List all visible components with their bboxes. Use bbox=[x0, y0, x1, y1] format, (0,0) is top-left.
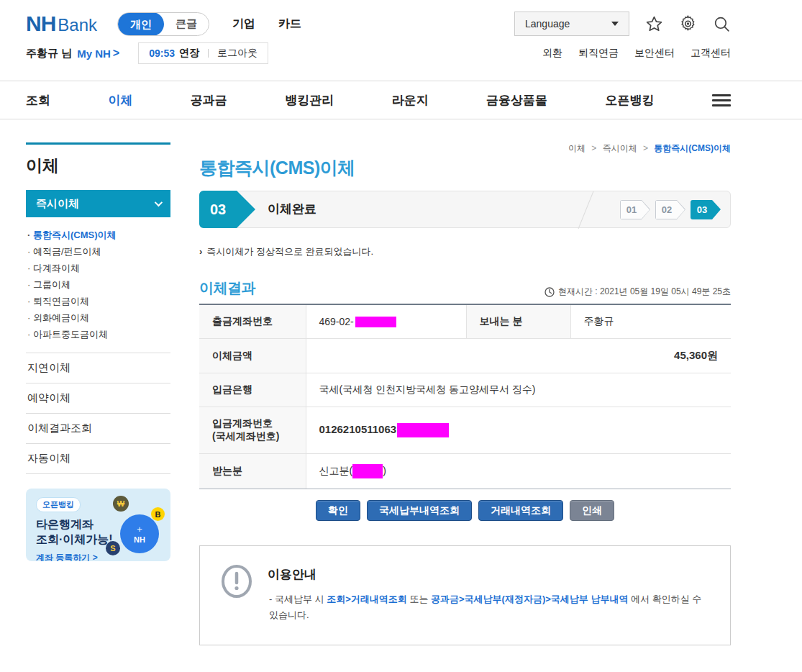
site-segment-toggle: 개인 큰글 bbox=[117, 12, 209, 36]
nav-financial-mall[interactable]: 금융상품몰 bbox=[486, 92, 547, 109]
sidebar-item-apartment-payment-transfer[interactable]: 아파트중도금이체 bbox=[27, 326, 169, 342]
language-select[interactable]: Language bbox=[514, 12, 629, 36]
redacted-block bbox=[397, 423, 449, 437]
amount-value: 45,360원 bbox=[306, 339, 731, 373]
step-02-label: 02 bbox=[655, 200, 678, 219]
favorites-star-icon[interactable] bbox=[645, 15, 663, 33]
sidebar-item-deposit-fund-transfer[interactable]: 예적금/펀드이체 bbox=[27, 243, 169, 260]
tab-personal[interactable]: 개인 bbox=[118, 12, 164, 36]
header: NH Bank 개인 큰글 기업 카드 Language bbox=[0, 0, 802, 69]
search-icon[interactable] bbox=[713, 15, 731, 33]
nav-utility-bills[interactable]: 공과금 bbox=[191, 92, 227, 109]
util-link-pension[interactable]: 퇴직연금 bbox=[578, 47, 619, 60]
breadcrumb-separator: > bbox=[591, 143, 596, 153]
withdraw-account-value: 469-02- bbox=[306, 304, 466, 339]
nav-open-banking[interactable]: 오픈뱅킹 bbox=[606, 92, 655, 109]
usage-guide-text: - 국세납부 시 조회>거래내역조회 또는 공과금>국세납부(재정자금)>국세납… bbox=[268, 591, 710, 623]
receiver-value: 신고분() bbox=[306, 454, 731, 489]
nh-plus-icon: + NH bbox=[120, 514, 159, 553]
print-button[interactable]: 인쇄 bbox=[570, 500, 614, 521]
nav-banking-management[interactable]: 뱅킹관리 bbox=[285, 92, 334, 109]
language-label: Language bbox=[525, 18, 570, 29]
divider bbox=[208, 49, 209, 58]
transaction-history-button[interactable]: 거래내역조회 bbox=[478, 500, 563, 521]
table-row: 입금은행 국세(국세청 인천지방국세청 동고양세무서 징수) bbox=[199, 373, 731, 407]
usage-guide-title: 이용안내 bbox=[268, 566, 710, 583]
breadcrumb: 이체 > 즉시이체 > 통합즉시(CMS)이체 bbox=[199, 142, 731, 155]
deposit-account-value: 0126210511063 bbox=[306, 407, 731, 454]
sidebar-item-transfer-result-inquiry[interactable]: 이체결과조회 bbox=[26, 414, 170, 444]
step-03-label: 03 bbox=[691, 200, 714, 219]
inquiry-history-link[interactable]: 조회>거래내역조회 bbox=[327, 594, 407, 604]
current-time-text: 현재시간 : 2021년 05월 19일 05시 49분 25초 bbox=[558, 286, 731, 298]
nh-bank-logo[interactable]: NH Bank bbox=[26, 12, 97, 36]
sidebar-item-auto-transfer[interactable]: 자동이체 bbox=[26, 444, 170, 474]
confirm-button[interactable]: 확인 bbox=[316, 500, 360, 521]
sidebar: 이체 즉시이체 통합즉시(CMS)이체 예적금/펀드이체 다계좌이체 그룹이체 … bbox=[26, 142, 170, 645]
sidebar-item-forex-deposit-transfer[interactable]: 외화예금이체 bbox=[27, 309, 169, 326]
banner-badge: 오픈뱅킹 bbox=[36, 497, 81, 512]
receiver-label: 받는분 bbox=[199, 454, 306, 489]
tab-large-text[interactable]: 큰글 bbox=[164, 17, 209, 31]
tab-card[interactable]: 카드 bbox=[278, 17, 301, 32]
chevron-down-icon bbox=[155, 199, 163, 206]
deposit-account-label: 입금계좌번호 (국세계좌번호) bbox=[199, 407, 306, 454]
withdraw-account-label: 출금계좌번호 bbox=[199, 304, 306, 339]
clock-icon bbox=[544, 287, 555, 297]
redacted-block bbox=[352, 464, 383, 478]
global-nav: 조회 이체 공과금 뱅킹관리 라운지 금융상품몰 오픈뱅킹 bbox=[0, 81, 802, 119]
step-current-arrow: 03 bbox=[199, 191, 255, 228]
page-title: 통합즉시(CMS)이체 bbox=[199, 156, 731, 180]
open-banking-banner[interactable]: 오픈뱅킹 타은행계좌 조회·이체가능! 계좌 등록하기 > ₩ B S + NH bbox=[26, 489, 170, 561]
arrow-bullet-icon: › bbox=[199, 246, 202, 257]
won-coin-icon: ₩ bbox=[113, 496, 129, 512]
tax-payment-detail-link[interactable]: 공과금>국세납부(재정자금)>국세납부 납부내역 bbox=[431, 594, 628, 604]
my-nh-link[interactable]: My NH bbox=[77, 47, 111, 60]
sidebar-title: 이체 bbox=[26, 155, 170, 177]
step-current-label: 이체완료 bbox=[268, 191, 316, 227]
sidebar-item-group-transfer[interactable]: 그룹이체 bbox=[27, 276, 169, 293]
tax-payment-history-button[interactable]: 국세납부내역조회 bbox=[367, 500, 472, 521]
session-timer: 09:53 bbox=[149, 47, 175, 59]
completion-message-text: 즉시이체가 정상적으로 완료되었습니다. bbox=[206, 246, 373, 257]
util-link-customer-center[interactable]: 고객센터 bbox=[691, 47, 731, 60]
logo-bank: Bank bbox=[58, 15, 97, 35]
plus-icon: + bbox=[137, 525, 142, 534]
sidebar-item-delayed-transfer[interactable]: 지연이체 bbox=[26, 353, 170, 383]
result-section-title: 이체결과 bbox=[199, 278, 255, 298]
util-link-security-center[interactable]: 보안센터 bbox=[634, 47, 675, 60]
deposit-bank-label: 입금은행 bbox=[199, 373, 306, 407]
table-row: 받는분 신고분() bbox=[199, 454, 731, 489]
settings-gear-icon[interactable] bbox=[679, 15, 697, 33]
main-content: 이체 > 즉시이체 > 통합즉시(CMS)이체 통합즉시(CMS)이체 03 이… bbox=[199, 142, 731, 645]
nav-transfer[interactable]: 이체 bbox=[108, 92, 132, 109]
nav-lounge[interactable]: 라운지 bbox=[392, 92, 429, 109]
deposit-bank-value: 국세(국세청 인천지방국세청 동고양세무서 징수) bbox=[306, 373, 731, 407]
table-row: 이체금액 45,360원 bbox=[199, 339, 731, 373]
breadcrumb-transfer[interactable]: 이체 bbox=[568, 143, 585, 153]
transfer-result-table: 출금계좌번호 469-02- 보내는 분 주황규 이체금액 45,360원 입금… bbox=[199, 304, 731, 489]
hamburger-menu-icon[interactable] bbox=[712, 91, 731, 109]
sidebar-group-instant-transfer[interactable]: 즉시이체 bbox=[26, 190, 170, 217]
caret-down-icon bbox=[611, 22, 619, 26]
tab-corporate[interactable]: 기업 bbox=[232, 17, 255, 32]
util-link-forex[interactable]: 외환 bbox=[542, 47, 562, 60]
completion-message: ›즉시이체가 정상적으로 완료되었습니다. bbox=[199, 245, 731, 258]
nav-inquiry[interactable]: 조회 bbox=[26, 92, 50, 109]
sidebar-item-scheduled-transfer[interactable]: 예약이체 bbox=[26, 383, 170, 414]
step-current-number: 03 bbox=[199, 191, 237, 228]
step-01-label: 01 bbox=[620, 200, 643, 219]
logout-button[interactable]: 로그아웃 bbox=[217, 47, 258, 60]
redacted-block bbox=[355, 317, 396, 327]
sidebar-item-cms-transfer[interactable]: 통합즉시(CMS)이체 bbox=[27, 227, 169, 243]
table-row: 출금계좌번호 469-02- 보내는 분 주황규 bbox=[199, 304, 731, 339]
sidebar-group-label: 즉시이체 bbox=[36, 197, 79, 211]
breadcrumb-instant-transfer[interactable]: 즉시이체 bbox=[603, 143, 637, 153]
step-01: 01 bbox=[620, 200, 650, 219]
sidebar-item-pension-transfer[interactable]: 퇴직연금이체 bbox=[27, 293, 169, 309]
session-extend-button[interactable]: 연장 bbox=[179, 47, 199, 60]
step-02: 02 bbox=[655, 200, 685, 219]
user-greeting: 주황규 님 bbox=[26, 47, 72, 60]
sender-label: 보내는 분 bbox=[466, 304, 570, 339]
sidebar-item-multi-account-transfer[interactable]: 다계좌이체 bbox=[27, 260, 169, 276]
